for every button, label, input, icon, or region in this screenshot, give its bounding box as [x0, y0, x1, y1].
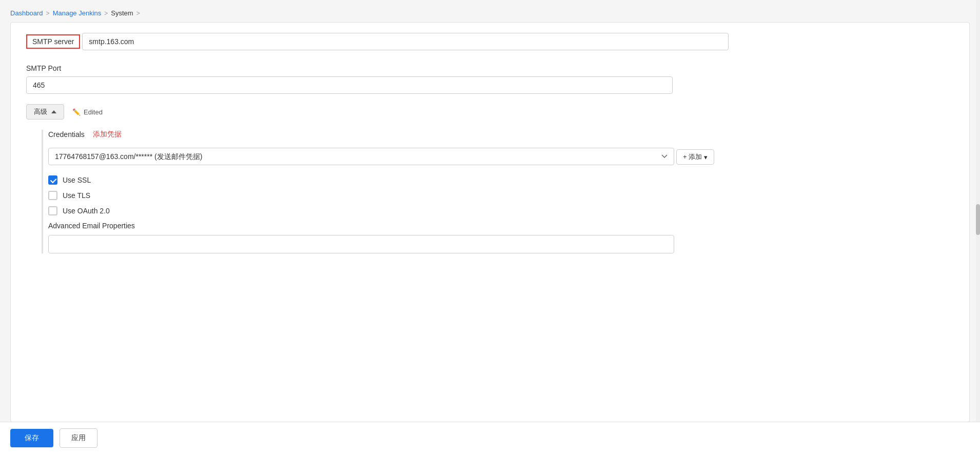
breadcrumb-manage-jenkins[interactable]: Manage Jenkins	[53, 9, 102, 17]
edited-text: Edited	[84, 108, 103, 116]
use-ssl-label: Use SSL	[63, 176, 91, 184]
breadcrumb-sep-3: >	[136, 10, 140, 17]
advanced-row: 高级 ✏️ Edited	[26, 104, 954, 120]
use-tls-label: Use TLS	[63, 191, 90, 200]
smtp-server-group: SMTP server	[26, 33, 954, 54]
save-button[interactable]: 保存	[10, 429, 53, 447]
add-button[interactable]: + 添加 ▾	[676, 149, 714, 165]
advanced-button[interactable]: 高级	[26, 104, 64, 120]
advanced-section: Credentials 添加凭据 17764768157@163.com/***…	[42, 130, 954, 253]
use-oauth-label: Use OAuth 2.0	[63, 207, 110, 215]
add-button-label: + 添加	[683, 152, 702, 162]
footer-bar: 保存 应用	[0, 422, 980, 454]
advanced-email-label: Advanced Email Properties	[48, 222, 954, 230]
smtp-server-input[interactable]	[82, 33, 729, 50]
breadcrumb-sep-1: >	[46, 10, 50, 17]
chevron-up-icon	[51, 110, 56, 113]
smtp-port-label: SMTP Port	[26, 64, 954, 72]
credentials-group: Credentials 添加凭据 17764768157@163.com/***…	[48, 130, 954, 165]
breadcrumb-system: System	[111, 9, 133, 17]
edited-indicator: ✏️ Edited	[72, 108, 103, 116]
use-ssl-checkbox[interactable]	[48, 175, 57, 185]
credentials-header: Credentials 添加凭据	[48, 130, 954, 139]
credentials-select[interactable]: 17764768157@163.com/****** (发送邮件凭据)	[48, 148, 674, 165]
breadcrumb: Dashboard > Manage Jenkins > System >	[0, 0, 980, 22]
use-ssl-row: Use SSL	[48, 175, 954, 185]
scrollbar-track[interactable]	[976, 0, 980, 454]
advanced-email-group: Advanced Email Properties	[48, 222, 954, 253]
add-credentials-link[interactable]: 添加凭据	[93, 130, 122, 139]
apply-button[interactable]: 应用	[60, 428, 97, 448]
smtp-port-input[interactable]	[26, 76, 673, 94]
smtp-port-group: SMTP Port	[26, 64, 954, 94]
use-oauth-checkbox[interactable]	[48, 206, 57, 215]
breadcrumb-sep-2: >	[104, 10, 108, 17]
checkbox-group: Use SSL Use TLS Use OAuth 2.0	[48, 175, 954, 215]
credentials-label: Credentials	[48, 130, 85, 139]
use-tls-checkbox[interactable]	[48, 191, 57, 200]
use-oauth-row: Use OAuth 2.0	[48, 206, 954, 215]
add-button-dropdown-icon: ▾	[704, 153, 708, 161]
advanced-label: 高级	[34, 107, 47, 116]
scrollbar-thumb[interactable]	[976, 204, 980, 235]
smtp-server-label: SMTP server	[26, 34, 80, 49]
pencil-icon: ✏️	[72, 108, 81, 116]
use-tls-row: Use TLS	[48, 191, 954, 200]
breadcrumb-dashboard[interactable]: Dashboard	[10, 9, 43, 17]
main-content: SMTP server SMTP Port 高级 ✏️ Edited Crede…	[10, 22, 970, 422]
advanced-email-input-box[interactable]	[48, 235, 674, 253]
